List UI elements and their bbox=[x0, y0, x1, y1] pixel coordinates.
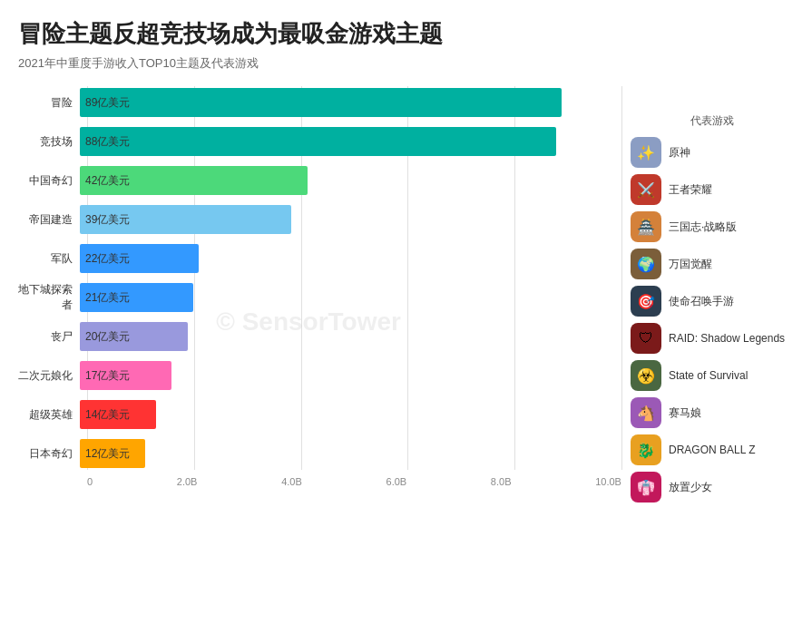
bar-label: 丧尸 bbox=[18, 329, 80, 345]
games-list: ✨原神⚔️王者荣耀🏯三国志·战略版🌍万国觉醒🎯使命召唤手游🛡RAID: Shad… bbox=[631, 136, 794, 503]
bar-wrapper: 21亿美元 bbox=[80, 283, 621, 312]
bar-row: 冒险89亿美元 bbox=[18, 86, 621, 119]
game-icon: 🎯 bbox=[631, 286, 661, 317]
x-axis-label: 0 bbox=[87, 476, 93, 487]
bar-value-label: 12亿美元 bbox=[85, 446, 130, 462]
bar-fill: 22亿美元 bbox=[80, 244, 199, 273]
game-item: 🛡RAID: Shadow Legends bbox=[631, 322, 794, 355]
bar-value-label: 14亿美元 bbox=[85, 407, 130, 423]
bar-row: 帝国建造39亿美元 bbox=[18, 203, 621, 236]
bar-wrapper: 17亿美元 bbox=[80, 361, 621, 390]
bar-row: 超级英雄14亿美元 bbox=[18, 398, 621, 431]
bar-row: 军队22亿美元 bbox=[18, 242, 621, 275]
bar-label: 地下城探索者 bbox=[18, 282, 80, 313]
bar-wrapper: 14亿美元 bbox=[80, 400, 621, 429]
game-icon: 🐉 bbox=[631, 434, 661, 465]
bar-label: 中国奇幻 bbox=[18, 173, 80, 189]
bar-wrapper: 20亿美元 bbox=[80, 322, 621, 351]
x-axis: 02.0B4.0B6.0B8.0B10.0B bbox=[80, 476, 621, 487]
bar-row: 日本奇幻12亿美元 bbox=[18, 437, 621, 470]
legend-title: 代表游戏 bbox=[631, 113, 794, 129]
bar-fill: 12亿美元 bbox=[80, 439, 145, 468]
bar-fill: 14亿美元 bbox=[80, 400, 156, 429]
bar-value-label: 88亿美元 bbox=[85, 134, 130, 150]
game-icon: ✨ bbox=[631, 137, 661, 168]
game-item: 🐉DRAGON BALL Z bbox=[631, 434, 794, 466]
bar-row: 丧尸20亿美元 bbox=[18, 320, 621, 353]
game-item: 👘放置少女 bbox=[631, 471, 794, 503]
bar-fill: 89亿美元 bbox=[80, 88, 562, 117]
bar-row: 中国奇幻42亿美元 bbox=[18, 164, 621, 197]
game-icon: ⚔️ bbox=[631, 174, 661, 205]
game-name: DRAGON BALL Z bbox=[669, 444, 756, 456]
bar-label: 超级英雄 bbox=[18, 407, 80, 423]
bar-label: 帝国建造 bbox=[18, 212, 80, 228]
game-icon: ☣️ bbox=[631, 360, 661, 391]
game-name: 原神 bbox=[669, 145, 690, 161]
bar-value-label: 42亿美元 bbox=[85, 173, 130, 189]
bar-value-label: 39亿美元 bbox=[85, 212, 130, 228]
bar-fill: 20亿美元 bbox=[80, 322, 188, 351]
game-item: ✨原神 bbox=[631, 136, 794, 169]
x-axis-label: 2.0B bbox=[177, 476, 198, 487]
bar-fill: 42亿美元 bbox=[80, 166, 308, 195]
game-name: 赛马娘 bbox=[669, 405, 701, 421]
game-item: 🎯使命召唤手游 bbox=[631, 285, 794, 317]
bar-wrapper: 22亿美元 bbox=[80, 244, 621, 273]
chart-area: 冒险89亿美元竞技场88亿美元中国奇幻42亿美元帝国建造39亿美元军队22亿美元… bbox=[18, 86, 794, 508]
bar-label: 日本奇幻 bbox=[18, 446, 80, 462]
bar-wrapper: 39亿美元 bbox=[80, 205, 621, 234]
game-icon: 👘 bbox=[631, 472, 661, 503]
game-name: 放置少女 bbox=[669, 480, 712, 495]
bar-value-label: 20亿美元 bbox=[85, 329, 130, 345]
bar-row: 竞技场88亿美元 bbox=[18, 125, 621, 158]
game-icon: 🐴 bbox=[631, 397, 661, 428]
bar-wrapper: 12亿美元 bbox=[80, 439, 621, 468]
game-name: State of Survival bbox=[669, 369, 748, 382]
game-name: 王者荣耀 bbox=[669, 182, 712, 198]
game-name: 万国觉醒 bbox=[669, 257, 712, 272]
x-axis-label: 6.0B bbox=[386, 476, 407, 487]
bar-wrapper: 42亿美元 bbox=[80, 166, 621, 195]
game-item: 🌍万国觉醒 bbox=[631, 248, 794, 280]
game-icon: 🏯 bbox=[631, 211, 661, 242]
bar-value-label: 89亿美元 bbox=[85, 95, 130, 111]
bar-label: 竞技场 bbox=[18, 134, 80, 150]
bar-value-label: 22亿美元 bbox=[85, 251, 130, 267]
right-panel: 代表游戏 ✨原神⚔️王者荣耀🏯三国志·战略版🌍万国觉醒🎯使命召唤手游🛡RAID:… bbox=[621, 86, 794, 508]
game-item: ⚔️王者荣耀 bbox=[631, 173, 794, 206]
bar-fill: 88亿美元 bbox=[80, 127, 556, 156]
bar-label: 军队 bbox=[18, 251, 80, 267]
game-icon: 🌍 bbox=[631, 249, 661, 279]
x-axis-label: 8.0B bbox=[491, 476, 512, 487]
bar-row: 地下城探索者21亿美元 bbox=[18, 281, 621, 314]
bar-wrapper: 89亿美元 bbox=[80, 88, 621, 117]
game-name: 三国志·战略版 bbox=[669, 220, 737, 235]
game-item: 🏯三国志·战略版 bbox=[631, 210, 794, 243]
x-axis-labels: 02.0B4.0B6.0B8.0B10.0B bbox=[87, 476, 621, 487]
bar-fill: 39亿美元 bbox=[80, 205, 291, 234]
game-item: ☣️State of Survival bbox=[631, 359, 794, 392]
sub-title: 2021年中重度手游收入TOP10主题及代表游戏 bbox=[18, 55, 794, 72]
bars-section: 冒险89亿美元竞技场88亿美元中国奇幻42亿美元帝国建造39亿美元军队22亿美元… bbox=[18, 86, 621, 508]
bars-container: 冒险89亿美元竞技场88亿美元中国奇幻42亿美元帝国建造39亿美元军队22亿美元… bbox=[18, 86, 621, 470]
bar-value-label: 17亿美元 bbox=[85, 368, 130, 384]
bar-wrapper: 88亿美元 bbox=[80, 127, 621, 156]
main-title: 冒险主题反超竞技场成为最吸金游戏主题 bbox=[18, 18, 794, 50]
x-axis-label: 4.0B bbox=[281, 476, 302, 487]
game-name: RAID: Shadow Legends bbox=[669, 332, 785, 345]
bar-label: 二次元娘化 bbox=[18, 368, 80, 384]
game-item: 🐴赛马娘 bbox=[631, 396, 794, 429]
bar-value-label: 21亿美元 bbox=[85, 290, 130, 306]
game-icon: 🛡 bbox=[631, 323, 661, 354]
bar-fill: 21亿美元 bbox=[80, 283, 193, 312]
game-name: 使命召唤手游 bbox=[669, 294, 734, 309]
bar-fill: 17亿美元 bbox=[80, 361, 171, 390]
bar-row: 二次元娘化17亿美元 bbox=[18, 359, 621, 392]
bar-label: 冒险 bbox=[18, 95, 80, 111]
x-axis-label: 10.0B bbox=[595, 476, 621, 487]
